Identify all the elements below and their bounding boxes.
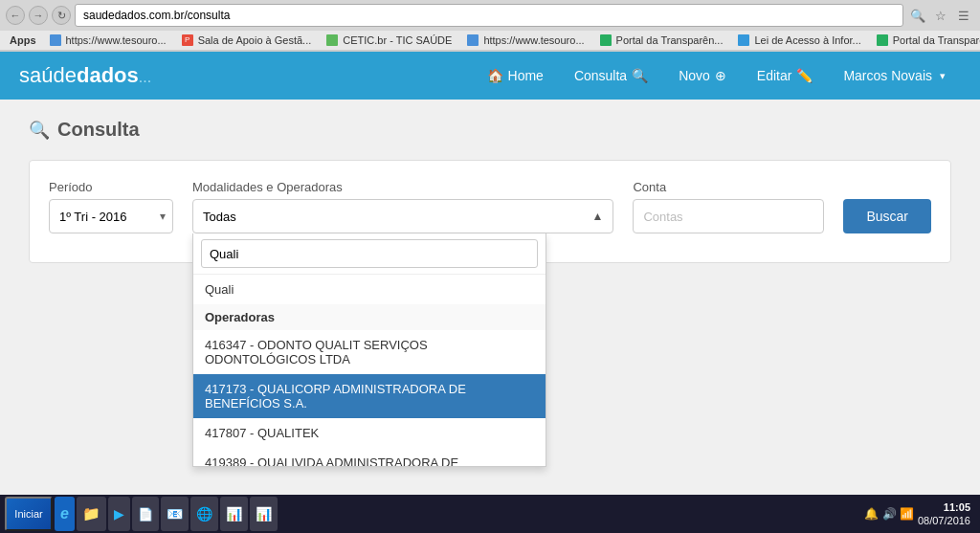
dropdown-item[interactable]: 419389 - QUALIVIDA ADMINISTRADORA DE BEN…: [193, 448, 546, 466]
nav-home[interactable]: 🏠 Home: [472, 52, 559, 100]
bookmark-item[interactable]: https://www.tesouro...: [44, 33, 172, 48]
refresh-button[interactable]: ↻: [52, 6, 71, 25]
brand-logo: saúdedados...: [19, 63, 151, 88]
nav-editar[interactable]: Editar ✏️: [742, 52, 829, 100]
nav-consulta[interactable]: Consulta 🔍: [559, 52, 663, 100]
period-select-wrapper: 1º Tri - 2016 2º Tri - 2016 3º Tri - 201…: [49, 199, 173, 233]
bookmark-item[interactable]: CETIC.br - TIC SAÚDE: [321, 33, 457, 48]
forward-button[interactable]: →: [29, 6, 48, 25]
buscar-button[interactable]: Buscar: [843, 199, 931, 233]
buscar-group: Buscar: [843, 180, 931, 233]
nav-menu: 🏠 Home Consulta 🔍 Novo ⊕ Editar ✏️ Marco…: [472, 52, 961, 100]
conta-group: Conta: [633, 180, 824, 233]
operadoras-dropdown-wrapper: Todas ▲ Quali: [192, 199, 613, 233]
search-icon: 🔍: [632, 68, 648, 83]
bookmarks-apps-label: Apps: [6, 33, 40, 48]
star-icon[interactable]: ☆: [930, 5, 951, 26]
dropdown-search-input[interactable]: [201, 239, 538, 268]
search-icon[interactable]: 🔍: [907, 5, 928, 26]
dropdown-item[interactable]: 416347 - ODONTO QUALIT SERVIÇOS ODONTOLÓ…: [193, 330, 546, 374]
dropdown-item-active[interactable]: 417173 - QUALICORP ADMINISTRADORA DE BEN…: [193, 374, 546, 418]
form-row: Período 1º Tri - 2016 2º Tri - 2016 3º T…: [49, 180, 931, 233]
back-button[interactable]: ←: [6, 6, 25, 25]
plus-icon: ⊕: [715, 68, 726, 83]
period-select[interactable]: 1º Tri - 2016 2º Tri - 2016 3º Tri - 201…: [49, 199, 173, 233]
edit-icon: ✏️: [796, 68, 813, 83]
conta-label: Conta: [633, 180, 824, 194]
operadoras-label: Modalidades e Operadoras: [192, 180, 613, 194]
nav-novo[interactable]: Novo ⊕: [663, 52, 742, 100]
dropdown-list: Quali Operadoras 416347 - ODONTO QUALIT …: [193, 275, 546, 466]
operadoras-group: Modalidades e Operadoras Todas ▲: [192, 180, 613, 233]
page-title-icon: 🔍: [29, 120, 50, 141]
period-group: Período 1º Tri - 2016 2º Tri - 2016 3º T…: [49, 180, 173, 233]
operadoras-dropdown-panel: Quali Operadoras 416347 - ODONTO QUALIT …: [192, 233, 546, 467]
dropdown-search-wrapper: [193, 233, 546, 275]
navbar: saúdedados... 🏠 Home Consulta 🔍 Novo ⊕ E…: [0, 52, 980, 100]
bookmark-item[interactable]: https://www.tesouro...: [461, 33, 590, 48]
bookmark-item[interactable]: Lei de Acesso à Infor...: [732, 33, 866, 48]
home-icon: 🏠: [487, 68, 503, 83]
settings-icon[interactable]: ☰: [953, 5, 974, 26]
address-bar[interactable]: [75, 4, 903, 27]
bookmark-item[interactable]: Portal da Transparên...: [594, 33, 729, 48]
bookmark-item[interactable]: Portal da Transparên...: [871, 33, 980, 48]
operadoras-dropdown-toggle[interactable]: Todas ▲: [192, 199, 613, 233]
bookmark-item[interactable]: P Sala de Apoio à Gestã...: [176, 33, 318, 48]
dropdown-item[interactable]: Quali: [193, 275, 546, 304]
conta-input[interactable]: [633, 199, 824, 233]
dropdown-arrow-icon: ▲: [592, 210, 604, 223]
dropdown-item[interactable]: 417807 - QUALITEK: [193, 418, 546, 448]
period-label: Período: [49, 180, 173, 194]
form-card: Período 1º Tri - 2016 2º Tri - 2016 3º T…: [29, 160, 951, 263]
page-title: 🔍 Consulta: [29, 119, 951, 141]
dropdown-section-header: Operadoras: [193, 304, 546, 330]
page-content: 🔍 Consulta Período 1º Tri - 2016 2º Tri …: [0, 100, 980, 282]
nav-user[interactable]: Marcos Novais: [828, 52, 961, 100]
operadoras-selected-value: Todas: [203, 210, 236, 224]
